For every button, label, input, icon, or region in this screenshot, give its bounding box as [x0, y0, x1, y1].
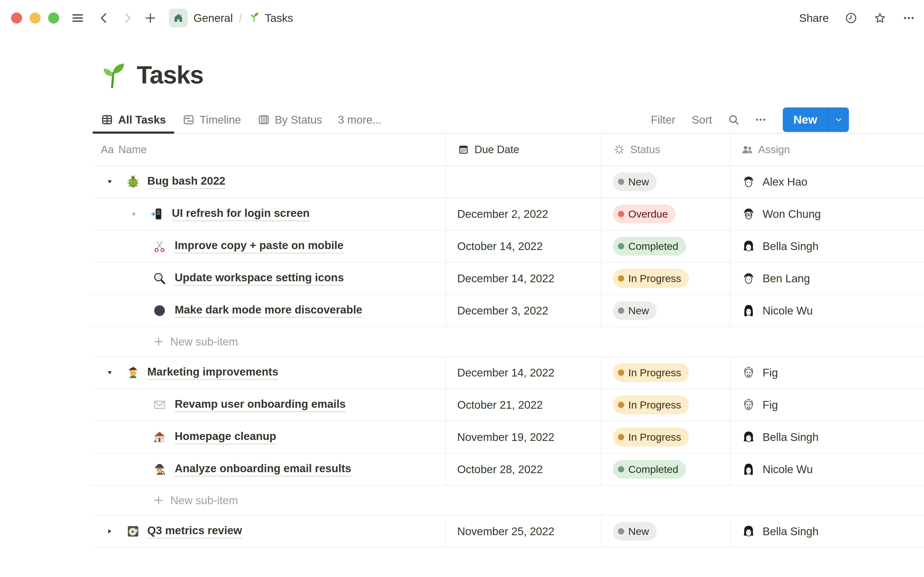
toggle-down-icon[interactable]: [103, 178, 116, 185]
cell-name: Update workspace setting icons: [91, 263, 446, 294]
column-header-due[interactable]: Due Date: [446, 134, 601, 165]
cell-status[interactable]: Completed: [601, 230, 730, 262]
new-dropdown-button[interactable]: [828, 108, 849, 132]
cell-due-date[interactable]: December 14, 2022: [446, 357, 601, 388]
cell-status[interactable]: In Progress: [601, 421, 730, 453]
tab-all-tasks[interactable]: All Tasks: [93, 106, 174, 133]
filter-button[interactable]: Filter: [643, 113, 683, 126]
status-badge[interactable]: New: [613, 301, 657, 320]
toggle-right-icon[interactable]: [128, 210, 141, 218]
task-name-link[interactable]: Revamp user onboarding emails: [175, 398, 346, 412]
status-label: In Progress: [628, 399, 681, 411]
cell-due-date[interactable]: October 21, 2022: [446, 389, 601, 421]
assignee-name: Nicole Wu: [762, 463, 813, 476]
cell-status[interactable]: New: [601, 295, 730, 327]
favorite-star-icon[interactable]: [874, 11, 887, 24]
history-clock-icon[interactable]: [845, 11, 858, 24]
tab-label: By Status: [275, 113, 322, 126]
cell-assign[interactable]: Bella Singh: [730, 230, 924, 262]
cell-status[interactable]: New: [601, 516, 730, 547]
page-title[interactable]: Tasks: [137, 61, 204, 89]
task-name-link[interactable]: Analyze onboarding email results: [175, 462, 351, 477]
sort-button[interactable]: Sort: [683, 113, 720, 126]
task-name-link[interactable]: Update workspace setting icons: [175, 271, 344, 286]
cell-assign[interactable]: Ben Lang: [730, 263, 924, 294]
due-date-value: December 14, 2022: [457, 366, 554, 379]
status-badge[interactable]: In Progress: [613, 363, 689, 382]
cell-due-date[interactable]: December 14, 2022: [446, 263, 601, 294]
cell-due-date[interactable]: October 28, 2022: [446, 453, 601, 485]
breadcrumb-page[interactable]: Tasks: [248, 11, 293, 25]
status-badge[interactable]: Overdue: [613, 205, 676, 223]
toggle-down-icon[interactable]: [103, 369, 116, 377]
avatar: [741, 206, 756, 222]
tab-timeline[interactable]: Timeline: [174, 106, 249, 133]
cell-status[interactable]: Overdue: [601, 198, 730, 230]
cell-due-date[interactable]: November 25, 2022: [446, 516, 601, 547]
new-sub-item-button[interactable]: New sub-item: [91, 327, 924, 356]
table-row: Revamp user onboarding emailsOctober 21,…: [91, 389, 924, 421]
cell-assign[interactable]: Alex Hao: [730, 166, 924, 198]
cell-status[interactable]: New: [601, 166, 730, 198]
status-badge[interactable]: In Progress: [613, 428, 689, 446]
close-button[interactable]: [11, 13, 22, 24]
share-button[interactable]: Share: [799, 11, 829, 24]
cell-due-date[interactable]: October 14, 2022: [446, 230, 601, 262]
status-badge[interactable]: Completed: [613, 460, 686, 479]
cell-due-date[interactable]: December 2, 2022: [446, 198, 601, 230]
new-page-icon[interactable]: [144, 11, 157, 24]
task-name-link[interactable]: Marketing improvements: [147, 366, 278, 380]
cell-assign[interactable]: Won Chung: [730, 198, 924, 230]
task-name-link[interactable]: Improve copy + paste on mobile: [175, 239, 344, 254]
search-icon[interactable]: [720, 113, 747, 127]
cell-due-date[interactable]: December 3, 2022: [446, 295, 601, 327]
zoom-button[interactable]: [48, 13, 59, 24]
column-header-assign[interactable]: Assign: [730, 134, 924, 165]
page-icon-seedling[interactable]: [97, 60, 128, 90]
view-options-icon[interactable]: [747, 113, 774, 127]
cell-due-date[interactable]: November 19, 2022: [446, 421, 601, 453]
status-badge[interactable]: In Progress: [613, 395, 689, 414]
new-button[interactable]: New: [783, 113, 828, 126]
sidebar-menu-icon[interactable]: [71, 11, 84, 24]
avatar: [741, 303, 756, 318]
minimize-button[interactable]: [30, 13, 41, 24]
task-name-link[interactable]: Make dark mode more discoverable: [175, 303, 362, 318]
task-name-link[interactable]: Homepage cleanup: [175, 430, 276, 445]
tab-label: Timeline: [200, 113, 241, 126]
cell-status[interactable]: In Progress: [601, 357, 730, 388]
status-badge[interactable]: New: [613, 172, 657, 191]
breadcrumb-teamspace[interactable]: General: [169, 9, 233, 27]
task-name-link[interactable]: Bug bash 2022: [147, 174, 226, 189]
cell-status[interactable]: In Progress: [601, 263, 730, 294]
tab-by-status[interactable]: By Status: [249, 106, 330, 133]
task-name-link[interactable]: Q3 metrics review: [147, 524, 242, 539]
tab-label: All Tasks: [118, 113, 166, 126]
cell-assign[interactable]: Bella Singh: [730, 516, 924, 547]
status-badge[interactable]: New: [613, 522, 657, 541]
new-sub-item-button[interactable]: New sub-item: [91, 486, 924, 515]
forward-icon[interactable]: [121, 11, 134, 24]
status-dot: [618, 275, 624, 282]
cell-assign[interactable]: Bella Singh: [730, 421, 924, 453]
cell-status[interactable]: Completed: [601, 453, 730, 485]
cell-name: Q3 metrics review: [91, 516, 446, 547]
more-views-button[interactable]: 3 more...: [330, 106, 389, 133]
cell-name: UI refresh for login screen: [91, 198, 446, 230]
back-icon[interactable]: [98, 11, 111, 24]
status-badge[interactable]: In Progress: [613, 269, 689, 288]
cell-name: Improve copy + paste on mobile: [91, 230, 446, 262]
cell-assign[interactable]: Fig: [730, 357, 924, 388]
column-header-status[interactable]: Status: [601, 134, 730, 165]
toggle-right-icon[interactable]: [103, 527, 116, 535]
more-menu-icon[interactable]: [902, 11, 915, 24]
task-name-link[interactable]: UI refresh for login screen: [172, 207, 310, 221]
column-header-name[interactable]: AaName: [91, 134, 446, 165]
cell-due-date[interactable]: [446, 166, 601, 198]
cell-assign[interactable]: Nicole Wu: [730, 295, 924, 327]
cell-assign[interactable]: Fig: [730, 389, 924, 421]
status-badge[interactable]: Completed: [613, 237, 686, 256]
cell-assign[interactable]: Nicole Wu: [730, 453, 924, 485]
column-header-label: Due Date: [475, 143, 519, 156]
cell-status[interactable]: In Progress: [601, 389, 730, 421]
